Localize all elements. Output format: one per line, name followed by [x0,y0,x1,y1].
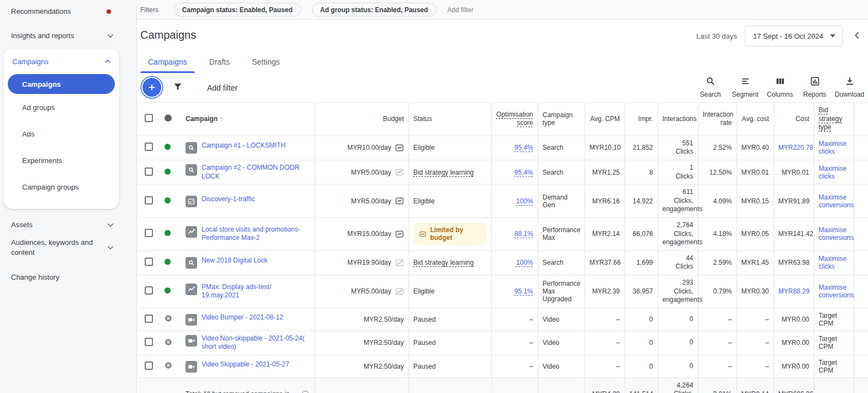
bid-strategy-link[interactable]: Maximise conversions [819,226,854,242]
impressions-value: 21,852 [624,135,658,160]
sidebar-item-ad-groups[interactable]: Ad groups [3,94,119,120]
bid-strategy-chart-disabled-icon[interactable] [395,258,404,268]
tab-campaigns[interactable]: Campaigns [139,52,196,73]
interaction-rate-value: 4.09% [698,185,737,218]
sidebar-item-recommendations[interactable]: Recommendations [0,3,119,20]
sidebar-item-campaign-groups[interactable]: Campaign groups [3,174,119,200]
impressions-value: 1,699 [624,250,658,275]
table-row: Local store visits and promotions-Perfor… [138,217,868,250]
help-icon[interactable]: ? [301,391,309,393]
sidebar-item-insights-and-reports[interactable]: Insights and reports [0,28,119,44]
optimisation-score-link[interactable]: 95.4% [514,144,533,151]
row-checkbox[interactable] [145,196,153,205]
sidebar-item-experiments[interactable]: Experiments [3,147,119,174]
enabled-status-icon[interactable] [165,287,171,294]
sidebar-item-audiences-keywords-content[interactable]: Audiences, keywords and content [0,234,119,260]
toolbar-segment-button[interactable]: Segment [728,76,763,98]
filter-chip-campaign-status[interactable]: Campaign status: Enabled, Paused [174,3,301,17]
optimisation-score-link[interactable]: 100% [516,197,533,205]
cost-value: MYR141.42 [779,230,813,238]
row-checkbox[interactable] [145,286,153,295]
budget-value [315,378,409,393]
date-range-value: 17 Sept - 16 Oct 2024 [753,32,823,40]
bid-strategy-chart-icon[interactable] [395,143,404,153]
filter-chip-ad-group-status[interactable]: Ad group status: Enabled, Paused [312,3,436,17]
interactions-value: 1 Clicks [658,160,698,184]
enabled-status-icon[interactable] [165,197,171,203]
toolbar-reports-button[interactable]: Reports [797,76,832,98]
add-filter-link[interactable]: Add filter [447,6,473,14]
sidebar-item-label: Assets [11,220,33,230]
row-checkbox[interactable] [145,229,153,237]
status-label[interactable]: Bid strategy learning [414,259,474,266]
bid-strategy-link[interactable]: Maximise conversions [819,193,854,209]
campaign-name-link[interactable]: Discovery-1-traffic [202,195,255,204]
row-checkbox[interactable] [145,315,153,323]
optimisation-score-link[interactable]: 100% [516,259,533,266]
bid-strategy-link[interactable]: Maximise clicks [819,140,847,155]
new-campaign-button[interactable] [142,78,161,97]
bid-strategy-chart-disabled-icon[interactable] [395,287,404,296]
filter-funnel-icon[interactable] [172,81,184,93]
optimisation-score-link[interactable]: 88.1% [514,230,533,238]
search-campaign-icon [186,142,197,154]
bid-strategy-chart-icon[interactable] [395,196,404,206]
row-checkbox[interactable] [145,361,153,370]
caret-down-icon [830,34,835,38]
segment-icon [740,76,751,89]
interaction-rate-value: 2.52% [698,135,737,160]
campaign-name-link[interactable]: Campaign #1 - LOCKSMITH [202,142,285,150]
cost-link[interactable]: MYR220.78 [779,144,813,151]
toolbar-search-button[interactable]: Search [693,76,728,98]
enabled-status-icon[interactable] [165,230,171,236]
optimisation-score-link[interactable]: 95.1% [514,287,533,295]
sidebar-item-campaigns-active[interactable]: Campaigns [8,74,115,94]
row-checkbox[interactable] [145,143,153,151]
paused-status-icon[interactable] [165,361,172,369]
campaign-name-link[interactable]: Video Non-skippable - 2021-05-24( short … [202,334,310,352]
bid-strategy-chart-disabled-icon[interactable] [395,167,404,177]
select-all-checkbox[interactable] [145,114,153,122]
chevron-left-icon[interactable] [851,29,865,43]
limited-by-budget-badge[interactable]: Limited by budget [414,223,487,245]
tab-drafts[interactable]: Drafts [200,52,239,73]
sidebar-section-campaigns[interactable]: Campaigns [3,49,119,66]
optimisation-score-link[interactable]: 95.4% [514,169,533,176]
sidebar-item-assets[interactable]: Assets [0,217,119,233]
campaign-type-value: Search [538,135,585,160]
campaign-name-link[interactable]: Local store visits and promotions-Perfor… [202,226,310,243]
sidebar-item-ads[interactable]: Ads [3,120,119,147]
campaign-name-link[interactable]: Campaign #2 - COMMON DOOR LOCK [202,164,310,181]
toolbar-columns-button[interactable]: Columns [763,76,797,98]
bid-strategy-link[interactable]: Maximise clicks [819,255,847,270]
enabled-status-icon[interactable] [165,259,171,265]
paused-status-icon[interactable] [165,315,172,322]
toolbar-download-button[interactable]: Download [832,76,867,98]
cost-link[interactable]: MYR88.29 [779,287,810,295]
add-filter-button[interactable]: Add filter [207,83,237,92]
row-checkbox[interactable] [145,167,153,176]
tab-settings[interactable]: Settings [243,52,289,73]
impressions-value: 141,514 [624,378,658,393]
campaign-name-link[interactable]: PMax: Display ads-test/ 19.may.2021 [202,283,310,300]
budget-value: MYR5.00/day [351,287,391,295]
bid-strategy-chart-icon[interactable] [395,229,404,239]
date-range-picker[interactable]: 17 Sept - 16 Oct 2024 [745,25,843,46]
bid-strategy-link[interactable]: Maximise conversions [819,284,854,299]
impressions-value: 66,076 [624,217,658,250]
campaign-name-link[interactable]: Video Bumper - 2021-08-12 [202,313,283,322]
bid-strategy-link[interactable]: Maximise clicks [819,165,847,180]
status-filter-dot-icon[interactable] [165,114,172,122]
status-label[interactable]: Bid strategy learning [414,169,474,176]
row-checkbox[interactable] [145,338,153,346]
arrow-up-icon[interactable]: ↑ [219,115,223,123]
enabled-status-icon[interactable] [165,169,171,175]
paused-status-icon[interactable] [165,338,172,346]
chevron-down-icon [105,31,115,41]
enabled-status-icon[interactable] [165,144,171,150]
sidebar-item-change-history[interactable]: Change history [0,269,119,286]
campaign-name-link[interactable]: Video Skippable - 2021-05-27 [202,360,289,369]
avg-cost-value: MYR1.45 [737,250,774,275]
row-checkbox[interactable] [145,258,153,266]
campaign-name-link[interactable]: New 2018 Digital Lock [202,256,267,265]
